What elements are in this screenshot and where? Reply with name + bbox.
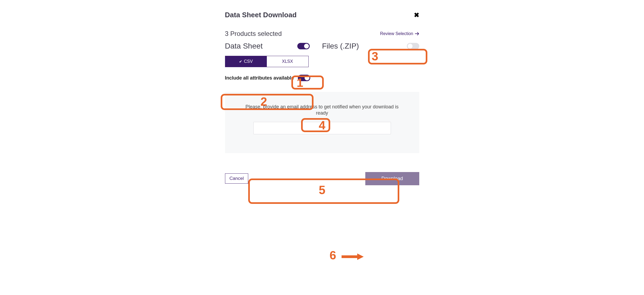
modal-footer: Cancel Download xyxy=(225,172,419,185)
annotation-number-3: 3 xyxy=(372,50,378,63)
annotation-number-6: 6 xyxy=(330,249,336,262)
files-zip-col: Files (.ZIP) xyxy=(322,42,419,50)
modal-title: Data Sheet Download xyxy=(225,11,297,19)
annotation-arrow-6 xyxy=(341,253,364,260)
format-xlsx-label: XLSX xyxy=(282,59,293,64)
data-sheet-toggle[interactable] xyxy=(297,43,310,49)
cancel-button[interactable]: Cancel xyxy=(225,173,248,184)
download-button[interactable]: Download xyxy=(365,172,419,185)
files-zip-label: Files (.ZIP) xyxy=(322,42,359,50)
email-input[interactable] xyxy=(253,122,391,134)
data-sheet-label: Data Sheet xyxy=(225,42,263,50)
output-toggle-row: Data Sheet Files (.ZIP) xyxy=(225,42,419,50)
format-csv-button[interactable]: ✔ CSV xyxy=(225,56,267,67)
review-selection-link[interactable]: Review Selection xyxy=(380,31,419,36)
close-icon[interactable]: ✖ xyxy=(414,12,419,18)
format-xlsx-button[interactable]: XLSX xyxy=(267,56,308,67)
data-sheet-download-modal: Data Sheet Download ✖ 3 Products selecte… xyxy=(225,11,419,193)
include-attributes-label: Include all attributes available xyxy=(225,75,294,81)
annotation-box-3 xyxy=(368,49,427,64)
review-selection-label: Review Selection xyxy=(380,31,413,36)
arrow-right-icon xyxy=(415,32,419,36)
check-icon: ✔ xyxy=(239,59,242,64)
files-zip-toggle[interactable] xyxy=(407,43,419,49)
annotation-number-5: 5 xyxy=(319,183,325,197)
email-prompt-text: Please, provide an email address to get … xyxy=(241,104,403,116)
summary-row: 3 Products selected Review Selection xyxy=(225,30,419,37)
include-attributes-toggle[interactable] xyxy=(298,75,310,81)
format-csv-label: CSV xyxy=(244,59,253,64)
email-panel: Please, provide an email address to get … xyxy=(225,92,419,153)
format-segmented-control: ✔ CSV XLSX xyxy=(225,56,309,67)
products-selected-text: 3 Products selected xyxy=(225,30,282,37)
include-attributes-row: Include all attributes available xyxy=(225,75,419,81)
modal-header: Data Sheet Download ✖ xyxy=(225,11,419,30)
svg-marker-1 xyxy=(357,253,364,260)
data-sheet-col: Data Sheet xyxy=(225,42,322,50)
